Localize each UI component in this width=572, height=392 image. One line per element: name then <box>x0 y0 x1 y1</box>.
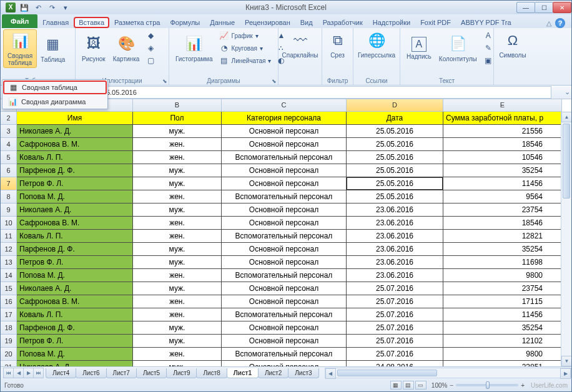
cell[interactable]: 23.06.2016 <box>347 256 443 269</box>
row-header[interactable]: 17 <box>1 308 17 321</box>
cell[interactable]: 25.07.2016 <box>347 295 443 308</box>
cell[interactable]: Основной персонал <box>222 177 347 190</box>
cell[interactable]: Парфенов Д. Ф. <box>17 321 133 335</box>
cell[interactable]: Сафронова В. М. <box>17 138 133 151</box>
formula-bar[interactable]: 25.05.2016 <box>98 86 551 99</box>
row-header[interactable]: 2 <box>1 112 17 125</box>
tab-layout[interactable]: Разметка стра <box>109 17 165 28</box>
cell[interactable]: жен. <box>133 138 222 151</box>
tab-review[interactable]: Рецензирован <box>240 17 295 28</box>
cell[interactable]: Сафронова В. М. <box>17 217 133 230</box>
view-normal-icon[interactable]: ▦ <box>390 381 402 390</box>
cell[interactable]: Николаев А. Д. <box>17 282 133 295</box>
sheet-tab[interactable]: Лист4 <box>46 368 76 378</box>
zoom-in-icon[interactable]: + <box>521 382 525 389</box>
charts-launcher-icon[interactable]: ⬊ <box>272 78 277 84</box>
picture-button[interactable]: 🖼 Рисунок <box>78 29 109 67</box>
cell[interactable]: жен. <box>133 269 222 282</box>
pivot-menu-table[interactable]: ▦ Сводная таблица <box>3 81 107 94</box>
cell[interactable]: 23.06.2016 <box>347 217 443 230</box>
cell[interactable]: 25.05.2016 <box>347 177 443 190</box>
scroll-down-icon[interactable]: ▼ <box>561 356 571 366</box>
cell[interactable]: 23851 <box>443 361 562 366</box>
cell[interactable]: муж. <box>133 256 222 269</box>
view-layout-icon[interactable]: ▤ <box>403 381 414 390</box>
cell[interactable]: Основной персонал <box>222 125 347 138</box>
cell[interactable]: Николаев А. Д. <box>17 361 133 366</box>
cell[interactable]: 12821 <box>443 230 562 243</box>
scroll-left-icon[interactable]: ◀ <box>325 368 336 379</box>
cell[interactable]: Вспомогательный персонал <box>222 308 347 321</box>
cell[interactable]: 23.06.2016 <box>347 203 443 217</box>
cell[interactable]: Петров Ф. Л. <box>17 335 133 348</box>
row-header[interactable]: 16 <box>1 295 17 308</box>
row-header[interactable]: 14 <box>1 269 17 282</box>
cell[interactable]: 11456 <box>443 177 562 190</box>
cell[interactable]: Попова М. Д. <box>17 348 133 361</box>
sheet-tab[interactable]: Лист3 <box>288 368 318 378</box>
cell[interactable]: Категория персонала <box>222 112 347 125</box>
cell[interactable]: 25.07.2016 <box>347 335 443 348</box>
shapes-icon[interactable]: ◆ <box>145 31 155 41</box>
redo-icon[interactable]: ↷ <box>47 2 57 12</box>
cell[interactable]: 25.07.2016 <box>347 348 443 361</box>
cell[interactable]: Вспомогательный персонал <box>222 269 347 282</box>
cell[interactable]: 25.05.2016 <box>347 164 443 177</box>
cell[interactable]: Основной персонал <box>222 243 347 256</box>
textbox-button[interactable]: A Надпись <box>403 29 435 67</box>
cell[interactable]: Коваль Л. П. <box>17 230 133 243</box>
cell[interactable]: Основной персонал <box>222 217 347 230</box>
cell[interactable]: Петров Ф. Л. <box>17 177 133 190</box>
sheet-tab[interactable]: Лист2 <box>258 368 288 378</box>
row-header[interactable]: 18 <box>1 321 17 335</box>
undo-icon[interactable]: ↶ <box>33 2 43 12</box>
cell[interactable]: Петров Ф. Л. <box>17 256 133 269</box>
cell[interactable]: Основной персонал <box>222 361 347 366</box>
cell[interactable]: муж. <box>133 125 222 138</box>
sheet-nav-next-icon[interactable]: ▶ <box>23 368 34 378</box>
sheet-tab[interactable]: Лист9 <box>166 368 197 378</box>
smartart-icon[interactable]: ◈ <box>145 43 155 53</box>
tab-abbyy[interactable]: ABBYY PDF Tra <box>456 17 516 28</box>
cell[interactable]: муж. <box>133 203 222 217</box>
cell[interactable]: муж. <box>133 321 222 335</box>
cell[interactable]: 11698 <box>443 256 562 269</box>
row-header[interactable]: 13 <box>1 256 17 269</box>
column-header-D[interactable]: D <box>347 99 443 112</box>
cell[interactable]: 25.07.2016 <box>347 282 443 295</box>
row-header[interactable]: 12 <box>1 243 17 256</box>
close-button[interactable]: ✕ <box>553 2 571 13</box>
cell[interactable]: Пол <box>133 112 222 125</box>
cell[interactable]: 23.06.2016 <box>347 269 443 282</box>
cell[interactable]: муж. <box>133 361 222 366</box>
cell[interactable]: 25.07.2016 <box>347 321 443 335</box>
vertical-scrollbar[interactable]: ▲ ▼ <box>561 112 571 366</box>
cell[interactable]: Николаев А. Д. <box>17 125 133 138</box>
cell[interactable]: Вспомогательный персонал <box>222 190 347 203</box>
cell[interactable]: Николаев А. Д. <box>17 203 133 217</box>
cell[interactable]: Основной персонал <box>222 335 347 348</box>
row-header[interactable]: 20 <box>1 348 17 361</box>
sheet-tab[interactable]: Лист8 <box>196 368 227 378</box>
screenshot-icon[interactable]: ▢ <box>145 56 155 66</box>
tab-insert[interactable]: Вставка <box>74 17 109 28</box>
cell[interactable]: 23.06.2016 <box>347 243 443 256</box>
formula-bar-expand-icon[interactable]: ⌄ <box>563 88 571 96</box>
cell[interactable]: 25.07.2016 <box>347 308 443 321</box>
cell[interactable]: Попова М. Д. <box>17 269 133 282</box>
cell[interactable]: муж. <box>133 164 222 177</box>
cell[interactable]: 9800 <box>443 348 562 361</box>
cell[interactable]: Основной персонал <box>222 282 347 295</box>
cell[interactable]: Парфенов Д. Ф. <box>17 164 133 177</box>
cell[interactable]: 23754 <box>443 282 562 295</box>
cell[interactable]: 25.05.2016 <box>347 151 443 164</box>
tab-addins[interactable]: Надстройки <box>368 17 415 28</box>
cell[interactable]: Дата <box>347 112 443 125</box>
cell[interactable]: Вспомогательный персонал <box>222 348 347 361</box>
cell[interactable]: Вспомогательный персонал <box>222 230 347 243</box>
illustrations-launcher-icon[interactable]: ⬊ <box>162 78 167 84</box>
row-header[interactable]: 7 <box>1 177 17 190</box>
row-header[interactable]: 9 <box>1 203 17 217</box>
row-header[interactable]: 5 <box>1 151 17 164</box>
zoom-slider[interactable] <box>456 384 518 386</box>
